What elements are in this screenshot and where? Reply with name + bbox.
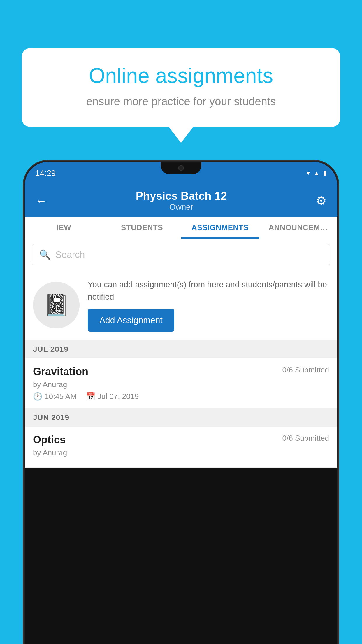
assignment-top-row: Gravitation 0/6 Submitted: [33, 365, 329, 378]
wifi-icon: ▾: [307, 169, 310, 177]
assignment-submitted-optics: 0/6 Submitted: [282, 434, 329, 443]
speech-bubble-subtext: ensure more practice for your students: [41, 95, 321, 108]
assignment-item-optics[interactable]: Optics 0/6 Submitted by Anurag: [25, 427, 337, 468]
speech-bubble-arrow: [169, 127, 193, 143]
tab-announcements[interactable]: ANNOUNCEM…: [259, 217, 337, 239]
date-value-gravitation: Jul 07, 2019: [98, 392, 139, 401]
search-input-wrap[interactable]: 🔍 Search: [32, 244, 330, 265]
search-placeholder-text: Search: [55, 249, 85, 260]
notebook-icon: 📓: [43, 293, 69, 318]
promo-section: 📓 You can add assignment(s) from here an…: [25, 270, 337, 340]
assignment-title-optics: Optics: [33, 434, 66, 446]
signal-icon: ▲: [313, 169, 320, 177]
phone-frame: 14:29 ▾ ▲ ▮ ← Physics Batch 12 Owner ⚙ I…: [25, 162, 337, 644]
meta-time-gravitation: 🕐 10:45 AM: [33, 392, 77, 401]
battery-icon: ▮: [323, 169, 327, 177]
status-time: 14:29: [35, 169, 56, 178]
assignment-meta-gravitation: 🕐 10:45 AM 📅 Jul 07, 2019: [33, 392, 329, 401]
notch: [161, 162, 201, 174]
camera: [178, 165, 184, 171]
status-icons: ▾ ▲ ▮: [307, 169, 327, 177]
speech-bubble-container: Online assignments ensure more practice …: [22, 48, 340, 143]
assignment-title-gravitation: Gravitation: [33, 365, 88, 378]
search-bar: 🔍 Search: [25, 239, 337, 270]
month-header-jul: JUL 2019: [25, 340, 337, 358]
search-icon: 🔍: [39, 249, 51, 260]
clock-icon: 🕐: [33, 392, 42, 401]
speech-bubble: Online assignments ensure more practice …: [22, 48, 340, 127]
month-header-jun: JUN 2019: [25, 408, 337, 427]
batch-title: Physics Batch 12: [136, 190, 227, 202]
promo-description: You can add assignment(s) from here and …: [88, 279, 329, 303]
tab-iew[interactable]: IEW: [25, 217, 103, 239]
calendar-icon: 📅: [86, 392, 95, 401]
status-bar: 14:29 ▾ ▲ ▮: [25, 162, 337, 185]
add-assignment-button[interactable]: Add Assignment: [88, 309, 174, 332]
assignment-by-optics: by Anurag: [33, 448, 329, 457]
settings-icon[interactable]: ⚙: [316, 194, 327, 208]
tabs-bar: IEW STUDENTS ASSIGNMENTS ANNOUNCEM…: [25, 217, 337, 239]
time-value-gravitation: 10:45 AM: [45, 392, 77, 401]
batch-role: Owner: [136, 202, 227, 212]
promo-text-block: You can add assignment(s) from here and …: [88, 279, 329, 332]
back-button[interactable]: ←: [35, 194, 47, 207]
meta-date-gravitation: 📅 Jul 07, 2019: [86, 392, 139, 401]
tab-students[interactable]: STUDENTS: [103, 217, 181, 239]
assignment-by-gravitation: by Anurag: [33, 380, 329, 389]
assignment-submitted-gravitation: 0/6 Submitted: [282, 365, 329, 374]
header-title-block: Physics Batch 12 Owner: [136, 190, 227, 212]
assignment-item-gravitation[interactable]: Gravitation 0/6 Submitted by Anurag 🕐 10…: [25, 358, 337, 408]
speech-bubble-heading: Online assignments: [41, 64, 321, 87]
app-header: ← Physics Batch 12 Owner ⚙: [25, 185, 337, 217]
tab-assignments[interactable]: ASSIGNMENTS: [181, 217, 259, 239]
assignment-top-row-optics: Optics 0/6 Submitted: [33, 434, 329, 446]
promo-icon-circle: 📓: [33, 282, 80, 328]
phone-content: 🔍 Search 📓 You can add assignment(s) fro…: [25, 239, 337, 468]
